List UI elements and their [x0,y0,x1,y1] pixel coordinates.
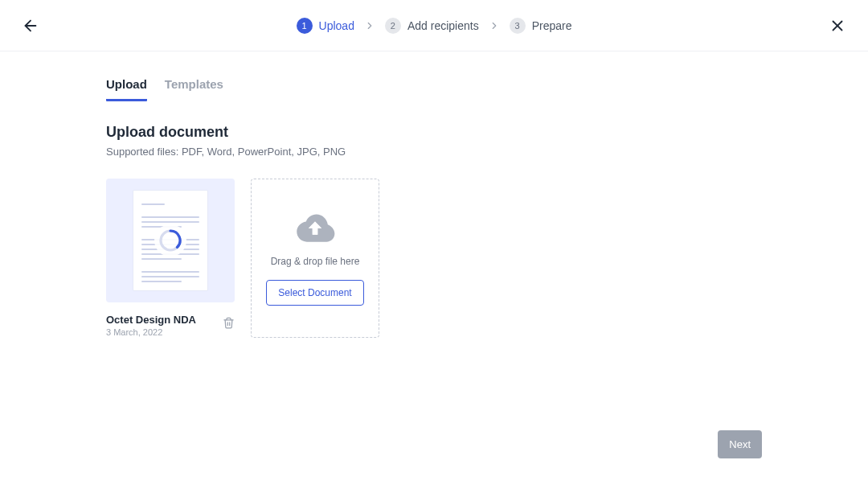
trash-icon [223,317,235,329]
loading-spinner [154,224,186,257]
tab-templates[interactable]: Templates [165,77,223,101]
step-number: 2 [385,18,401,34]
spinner-icon [158,228,183,253]
delete-document-button[interactable] [223,314,235,332]
step-label: Upload [319,19,354,32]
dropzone[interactable]: Drag & drop file here Select Document [251,179,379,338]
step-number: 3 [510,18,526,34]
tabs: Upload Templates [106,77,762,101]
cloud-upload-icon [294,211,336,243]
section-title: Upload document [106,124,762,141]
step-prepare[interactable]: 3 Prepare [510,18,572,34]
close-button[interactable] [826,14,849,37]
back-button[interactable] [19,14,42,37]
wizard-steps: 1 Upload 2 Add recipients 3 Prepare [297,18,572,34]
step-label: Prepare [532,19,572,32]
close-icon [829,17,846,35]
chevron-right-icon [364,20,375,31]
step-label: Add recipients [407,19,479,32]
tab-upload[interactable]: Upload [106,77,147,101]
document-thumbnail[interactable] [106,179,235,302]
step-upload[interactable]: 1 Upload [297,18,354,34]
document-date: 3 March, 2022 [106,327,196,337]
next-button[interactable]: Next [718,430,762,458]
document-name: Octet Design NDA [106,314,196,326]
dropzone-text: Drag & drop file here [271,256,360,267]
section-subtitle: Supported files: PDF, Word, PowerPoint, … [106,146,762,158]
chevron-right-icon [489,20,500,31]
step-add-recipients[interactable]: 2 Add recipients [385,18,479,34]
select-document-button[interactable]: Select Document [266,280,363,306]
uploaded-document-card: Octet Design NDA 3 March, 2022 [106,179,235,337]
arrow-left-icon [22,17,39,35]
step-number: 1 [297,18,313,34]
